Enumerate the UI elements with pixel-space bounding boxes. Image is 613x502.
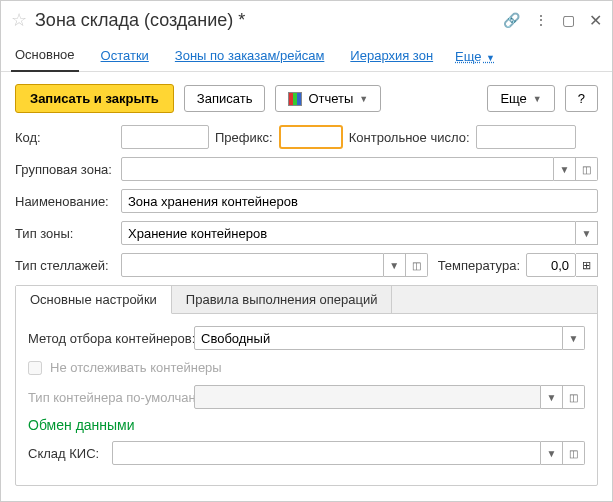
titlebar: ☆ Зона склада (создание) * 🔗 ⋮ ▢ ✕ — [1, 1, 612, 39]
form: Код: Префикс: Контрольное число: Группов… — [1, 125, 612, 486]
favorite-star-icon[interactable]: ☆ — [11, 9, 27, 31]
dropdown-button[interactable]: ▼ — [384, 253, 406, 277]
more-label: Еще — [500, 91, 526, 106]
data-exchange-title: Обмен данными — [28, 417, 585, 433]
tab-more[interactable]: Еще ▼ — [455, 49, 495, 64]
save-and-close-button[interactable]: Записать и закрыть — [15, 84, 174, 113]
default-container-type-label: Тип контейнера по-умолчанию: — [28, 390, 188, 405]
titlebar-controls: 🔗 ⋮ ▢ ✕ — [503, 11, 602, 30]
rack-type-input[interactable] — [121, 253, 384, 277]
reports-label: Отчеты — [308, 91, 353, 106]
temperature-label: Температура: — [438, 258, 520, 273]
open-button: ◫ — [563, 385, 585, 409]
open-button[interactable]: ◫ — [563, 441, 585, 465]
dropdown-button[interactable]: ▼ — [554, 157, 576, 181]
code-label: Код: — [15, 130, 115, 145]
kis-warehouse-input[interactable] — [112, 441, 541, 465]
default-container-type-combo: ▼ ◫ — [194, 385, 585, 409]
name-label: Наименование: — [15, 194, 115, 209]
track-containers-checkbox — [28, 361, 42, 375]
link-icon[interactable]: 🔗 — [503, 12, 520, 28]
zone-type-input[interactable] — [121, 221, 576, 245]
reports-button[interactable]: Отчеты ▼ — [275, 85, 381, 112]
minimize-icon[interactable]: ▢ — [562, 12, 575, 28]
zone-type-label: Тип зоны: — [15, 226, 115, 241]
group-zone-label: Групповая зона: — [15, 162, 115, 177]
dropdown-button[interactable]: ▼ — [576, 221, 598, 245]
dropdown-button[interactable]: ▼ — [563, 326, 585, 350]
tab-balances[interactable]: Остатки — [97, 42, 153, 71]
tab-main[interactable]: Основное — [11, 41, 79, 72]
temperature-input[interactable] — [526, 253, 576, 277]
kis-warehouse-label: Склад КИС: — [28, 446, 106, 461]
name-input[interactable] — [121, 189, 598, 213]
nav-tabs: Основное Остатки Зоны по заказам/рейсам … — [1, 39, 612, 72]
tab-operation-rules[interactable]: Правила выполнения операций — [172, 286, 393, 313]
prefix-input[interactable] — [279, 125, 343, 149]
chevron-down-icon: ▼ — [533, 94, 542, 104]
code-input[interactable] — [121, 125, 209, 149]
settings-panel: Основные настройки Правила выполнения оп… — [15, 285, 598, 486]
dropdown-button[interactable]: ▼ — [541, 441, 563, 465]
open-button[interactable]: ◫ — [406, 253, 428, 277]
default-container-type-input — [194, 385, 541, 409]
inner-tabs: Основные настройки Правила выполнения оп… — [16, 286, 597, 314]
kis-warehouse-combo: ▼ ◫ — [112, 441, 585, 465]
dropdown-button: ▼ — [541, 385, 563, 409]
more-button[interactable]: Еще ▼ — [487, 85, 554, 112]
group-zone-input[interactable] — [121, 157, 554, 181]
control-number-input[interactable] — [476, 125, 576, 149]
save-button[interactable]: Записать — [184, 85, 266, 112]
chevron-down-icon: ▼ — [484, 53, 495, 63]
tab-hierarchy[interactable]: Иерархия зон — [346, 42, 437, 71]
report-icon — [288, 92, 302, 106]
control-label: Контрольное число: — [349, 130, 470, 145]
group-zone-combo: ▼ ◫ — [121, 157, 598, 181]
toolbar: Записать и закрыть Записать Отчеты ▼ Еще… — [1, 72, 612, 125]
track-containers-label: Не отслеживать контейнеры — [50, 360, 222, 375]
chevron-down-icon: ▼ — [359, 94, 368, 104]
open-button[interactable]: ◫ — [576, 157, 598, 181]
kebab-menu-icon[interactable]: ⋮ — [534, 12, 548, 28]
inner-content: Метод отбора контейнеров: ▼ Не отслежива… — [16, 314, 597, 485]
prefix-label: Префикс: — [215, 130, 273, 145]
pick-method-label: Метод отбора контейнеров: — [28, 331, 188, 346]
pick-method-input[interactable] — [194, 326, 563, 350]
help-button[interactable]: ? — [565, 85, 598, 112]
rack-type-label: Тип стеллажей: — [15, 258, 115, 273]
pick-method-combo: ▼ — [194, 326, 585, 350]
window-title: Зона склада (создание) * — [35, 10, 495, 31]
zone-type-combo: ▼ — [121, 221, 598, 245]
track-containers-row: Не отслеживать контейнеры — [28, 360, 585, 375]
tab-by-orders[interactable]: Зоны по заказам/рейсам — [171, 42, 328, 71]
close-icon[interactable]: ✕ — [589, 11, 602, 30]
tab-basic-settings[interactable]: Основные настройки — [16, 286, 172, 314]
rack-type-combo: ▼ ◫ — [121, 253, 428, 277]
calculator-button[interactable]: ⊞ — [576, 253, 598, 277]
